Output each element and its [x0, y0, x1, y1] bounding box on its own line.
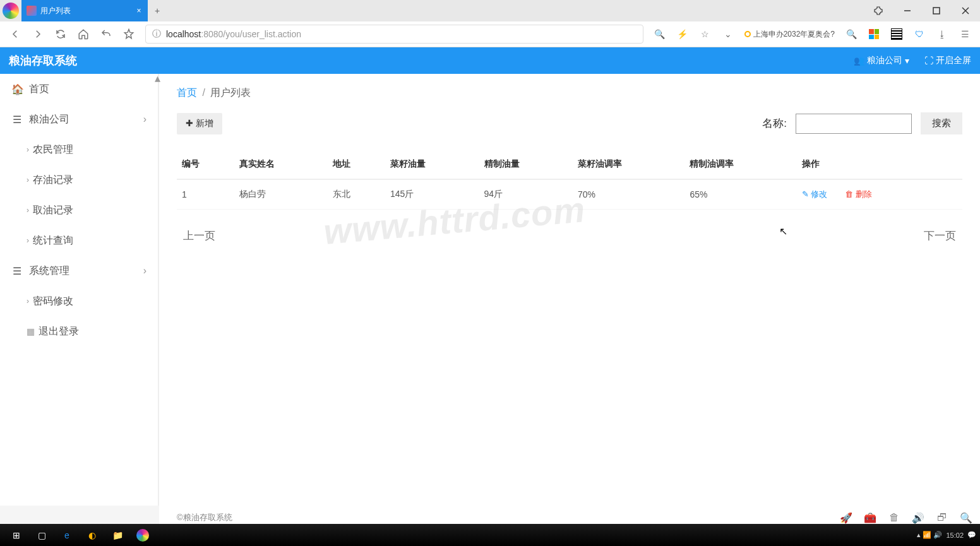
tools-icon[interactable]: 🧰: [864, 511, 876, 524]
search-label: 名称:: [762, 116, 787, 131]
folder-icon[interactable]: 📁: [105, 526, 130, 531]
browser-chrome: 用户列表 × + ⓘ localhost:8080/you/user_list.…: [0, 0, 980, 47]
rocket-icon[interactable]: 🚀: [840, 511, 852, 524]
start-button[interactable]: ⊞: [4, 526, 29, 531]
new-tab-button[interactable]: +: [148, 6, 167, 16]
prev-page[interactable]: 上一页: [183, 228, 215, 243]
undo-button[interactable]: [96, 24, 116, 44]
qr-icon[interactable]: [887, 24, 907, 44]
home-icon: 🏠: [11, 83, 23, 95]
forward-button[interactable]: [28, 24, 48, 44]
cell-addr: 东北: [328, 179, 385, 210]
sound-icon[interactable]: 🔊: [912, 511, 924, 524]
search-icon[interactable]: 🔍: [841, 24, 861, 44]
th-ops: 操作: [797, 150, 962, 179]
zoom-icon[interactable]: 🔍: [650, 24, 670, 44]
th-name: 真实姓名: [234, 150, 328, 179]
sidebar-group-system[interactable]: ☰ 系统管理 ›: [0, 256, 158, 286]
reload-button[interactable]: [51, 24, 71, 44]
add-button[interactable]: ✚ 新增: [177, 113, 222, 134]
apps-icon[interactable]: [864, 24, 884, 44]
data-table: 编号 真实姓名 地址 菜籽油量 精制油量 菜籽油调率 精制油调率 操作 1 杨白…: [177, 150, 962, 210]
trash-icon[interactable]: 🗑: [888, 511, 900, 524]
grid-icon: ▦: [27, 326, 35, 336]
breadcrumb-home[interactable]: 首页: [177, 87, 197, 98]
caret-icon: ›: [27, 145, 29, 154]
cell-name: 杨白劳: [234, 179, 328, 210]
header-user-dropdown[interactable]: 👥 粮油公司 ▾: [854, 55, 909, 66]
chevron-down-icon[interactable]: ⌄: [718, 24, 738, 44]
chevron-right-icon: ›: [143, 265, 146, 276]
sidebar-item-store-record[interactable]: ›存油记录: [0, 165, 158, 195]
home-button[interactable]: [73, 24, 93, 44]
header-user-label: 粮油公司: [867, 55, 902, 66]
sidebar-label-company: 粮油公司: [29, 113, 69, 126]
sidebar-item-logout[interactable]: ▦退出登录: [0, 316, 158, 347]
sidebar-item-farmer[interactable]: ›农民管理: [0, 134, 158, 165]
caret-icon: ›: [27, 175, 29, 184]
next-page[interactable]: 下一页: [924, 228, 956, 243]
sidebar-item-stats[interactable]: ›统计查询: [0, 225, 158, 256]
sidebar-sub-label: 农民管理: [33, 143, 73, 157]
svg-rect-1: [933, 8, 940, 14]
news-dot-icon: [744, 31, 751, 37]
breadcrumb-current: 用户列表: [210, 87, 251, 98]
search-input[interactable]: [796, 114, 912, 134]
extension-icon[interactable]: [864, 0, 893, 21]
sidebar-item-password[interactable]: ›密码修改: [0, 286, 158, 316]
content: 首页 / 用户列表 ✚ 新增 名称: 搜索 编号 真实姓名 地址 菜籽油量: [159, 74, 980, 506]
bookmark-button[interactable]: [119, 24, 139, 44]
th-addr: 地址: [328, 150, 385, 179]
tab-title: 用户列表: [40, 6, 71, 16]
favorite-icon[interactable]: ☆: [695, 24, 715, 44]
minimize-button[interactable]: [893, 0, 922, 21]
url-text: localhost:8080/you/user_list.action: [166, 29, 301, 39]
app1-icon[interactable]: ◐: [80, 526, 105, 531]
restore-icon[interactable]: 🗗: [936, 511, 948, 524]
news-widget[interactable]: 上海申办2032年夏奥会?: [741, 29, 839, 40]
search-button[interactable]: 搜索: [921, 112, 962, 134]
toolbar: ✚ 新增 名称: 搜索: [177, 112, 962, 134]
zoom-icon[interactable]: 🔍: [960, 511, 972, 524]
sidebar-item-withdraw-record[interactable]: ›取油记录: [0, 195, 158, 225]
th-id: 编号: [177, 150, 234, 179]
url-bar[interactable]: ⓘ localhost:8080/you/user_list.action: [145, 25, 643, 44]
sidebar-sub-label: 密码修改: [33, 295, 73, 308]
app-title: 粮油存取系统: [9, 53, 77, 68]
sidebar-group-company[interactable]: ☰ 粮油公司 ›: [0, 104, 158, 134]
sidebar-sub-label: 统计查询: [33, 234, 73, 247]
chevron-right-icon: ›: [143, 114, 146, 125]
shield-blue-icon[interactable]: 🛡: [909, 24, 929, 44]
back-button[interactable]: [5, 24, 25, 44]
edit-link[interactable]: ✎ 修改: [802, 189, 828, 199]
app-header: 粮油存取系统 👥 粮油公司 ▾ ⛶ 开启全屏: [0, 47, 980, 74]
caret-icon: ›: [27, 297, 29, 306]
sidebar-item-home[interactable]: 🏠 首页: [0, 74, 158, 104]
download-icon[interactable]: ⭳: [932, 24, 952, 44]
sidebar-sub-label: 取油记录: [33, 204, 73, 217]
browser-logo[interactable]: [0, 0, 21, 21]
delete-link[interactable]: 🗑 删除: [845, 189, 872, 199]
fullscreen-button[interactable]: ⛶ 开启全屏: [924, 55, 971, 66]
list-icon: ☰: [11, 114, 23, 126]
menu-icon[interactable]: ☰: [955, 24, 975, 44]
th-refined-oil: 精制油量: [479, 150, 573, 179]
task-view-icon[interactable]: ▢: [29, 526, 54, 531]
tab-bar: 用户列表 × +: [0, 0, 980, 21]
close-button[interactable]: [951, 0, 980, 21]
browser-tab[interactable]: 用户列表 ×: [21, 0, 148, 21]
tab-close-icon[interactable]: ×: [134, 6, 144, 16]
flash-icon[interactable]: ⚡: [672, 24, 693, 44]
main-layout: ▴ 🏠 首页 ☰ 粮油公司 › ›农民管理 ›存油记录 ›取油记录 ›统计查询 …: [0, 74, 980, 506]
sidebar-sub-label: 存油记录: [33, 174, 73, 187]
breadcrumb: 首页 / 用户列表: [177, 86, 962, 100]
maximize-button[interactable]: [922, 0, 951, 21]
pager: 上一页 下一页: [177, 210, 962, 262]
tab-favicon-icon: [27, 6, 37, 16]
browser-task-icon[interactable]: [130, 526, 155, 531]
table-row: 1 杨白劳 东北 145斤 94斤 70% 65% ✎ 修改 🗑 删除: [177, 179, 962, 210]
edge-icon[interactable]: e: [54, 526, 80, 531]
breadcrumb-sep: /: [202, 87, 205, 98]
list-icon: ☰: [11, 265, 23, 277]
table-header-row: 编号 真实姓名 地址 菜籽油量 精制油量 菜籽油调率 精制油调率 操作: [177, 150, 962, 179]
